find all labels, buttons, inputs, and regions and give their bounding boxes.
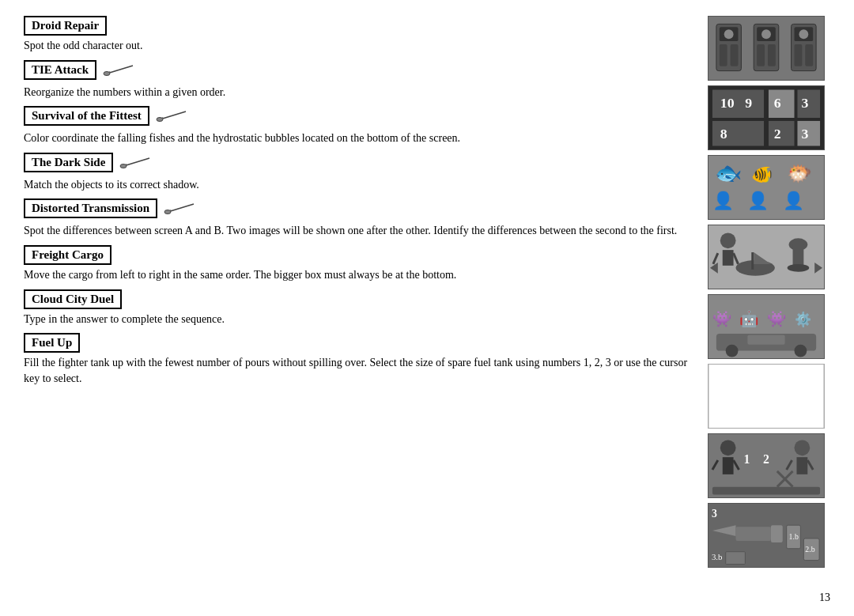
title-droid: Droid Repair bbox=[32, 19, 99, 32]
svg-point-10 bbox=[164, 210, 171, 214]
svg-rect-85 bbox=[712, 487, 820, 495]
svg-rect-16 bbox=[720, 44, 727, 66]
title-row-tie: TIE Attack bbox=[24, 60, 692, 82]
svg-point-1 bbox=[104, 71, 110, 75]
svg-text:2: 2 bbox=[763, 452, 769, 466]
svg-text:🐠: 🐠 bbox=[751, 164, 773, 185]
desc-distorted: Spot the differences between screen A an… bbox=[24, 223, 692, 239]
title-freight: Freight Cargo bbox=[32, 248, 104, 262]
title-distorted: Distorted Transmission bbox=[32, 202, 149, 215]
svg-point-59 bbox=[788, 264, 810, 272]
svg-rect-38 bbox=[769, 121, 795, 146]
svg-rect-78 bbox=[796, 457, 807, 474]
svg-point-69 bbox=[795, 345, 807, 357]
svg-point-15 bbox=[724, 29, 734, 39]
page-number: 13 bbox=[819, 591, 830, 604]
title-bar-distorted: Distorted Transmission bbox=[24, 198, 157, 218]
game-entry-freight: Freight Cargo Move the cargo from left t… bbox=[24, 245, 692, 283]
svg-rect-21 bbox=[757, 44, 765, 66]
image-freight bbox=[708, 364, 825, 429]
svg-text:3: 3 bbox=[712, 508, 717, 520]
svg-text:🐡: 🐡 bbox=[787, 161, 812, 186]
desc-freight: Move the cargo from left to right in the… bbox=[24, 267, 692, 283]
svg-point-68 bbox=[726, 345, 739, 357]
title-row-darkside: The Dark Side bbox=[24, 153, 692, 175]
title-bar-darkside: The Dark Side bbox=[24, 153, 113, 172]
svg-rect-27 bbox=[805, 44, 813, 66]
right-images: 10 9 8 6 3 2 3 🐟 🐠 🐡 bbox=[708, 16, 830, 600]
title-bar-tie: TIE Attack bbox=[24, 60, 96, 80]
image-fuel: 3 1.b 2.b 3.b bbox=[708, 503, 825, 568]
svg-text:2.b: 2.b bbox=[805, 545, 814, 554]
svg-point-4 bbox=[157, 118, 163, 122]
svg-rect-17 bbox=[731, 44, 739, 66]
image-droid bbox=[708, 16, 825, 81]
title-row-distorted: Distorted Transmission bbox=[24, 198, 692, 221]
title-tie: TIE Attack bbox=[32, 63, 89, 77]
svg-text:⚙️: ⚙️ bbox=[795, 311, 813, 328]
title-bar-freight: Freight Cargo bbox=[24, 245, 111, 265]
title-darkside: The Dark Side bbox=[32, 156, 105, 169]
title-bar-fuel: Fuel Up bbox=[24, 333, 80, 353]
svg-text:👤: 👤 bbox=[747, 190, 769, 211]
desc-survival: Color coordinate the falling fishes and … bbox=[24, 130, 692, 146]
title-row-survival: Survival of the Fittest bbox=[24, 106, 692, 128]
game-entry-distorted: Distorted Transmission Spot the differen… bbox=[24, 198, 692, 239]
title-bar-cloud: Cloud City Duel bbox=[24, 289, 122, 309]
desc-darkside: Match the objects to its correct shadow. bbox=[24, 177, 692, 193]
image-cloud: 1 2 bbox=[708, 433, 825, 498]
lightsaber-icon-distorted bbox=[164, 202, 197, 217]
svg-text:1: 1 bbox=[743, 452, 750, 466]
svg-text:10: 10 bbox=[720, 95, 735, 111]
desc-tie: Reorganize the numbers within a given or… bbox=[24, 85, 692, 100]
svg-rect-51 bbox=[723, 250, 734, 266]
lightsaber-icon-tie bbox=[103, 63, 136, 79]
game-entry-darkside: The Dark Side Match the objects to its c… bbox=[24, 153, 692, 193]
svg-rect-26 bbox=[795, 44, 803, 66]
image-darkside bbox=[708, 225, 825, 289]
svg-rect-96 bbox=[726, 552, 746, 565]
svg-text:🤖: 🤖 bbox=[739, 309, 759, 328]
svg-point-77 bbox=[795, 440, 811, 455]
svg-text:3: 3 bbox=[801, 126, 808, 142]
desc-droid: Spot the odd character out. bbox=[24, 38, 692, 54]
svg-text:3.b: 3.b bbox=[712, 552, 723, 561]
svg-point-7 bbox=[120, 164, 127, 168]
image-survival: 🐟 🐠 🐡 👤 👤 👤 bbox=[708, 155, 825, 220]
svg-rect-89 bbox=[771, 525, 783, 542]
image-tie: 10 9 8 6 3 2 3 bbox=[708, 85, 825, 150]
title-cloud: Cloud City Duel bbox=[32, 293, 114, 306]
svg-text:3: 3 bbox=[801, 95, 808, 111]
svg-rect-34 bbox=[769, 89, 795, 118]
game-entry-cloud: Cloud City Duel Type in the answer to co… bbox=[24, 289, 692, 327]
svg-point-50 bbox=[720, 232, 736, 248]
svg-text:👤: 👤 bbox=[783, 190, 805, 211]
svg-rect-88 bbox=[736, 527, 771, 541]
left-content: Droid Repair Spot the odd character out.… bbox=[24, 16, 708, 600]
title-bar-droid: Droid Repair bbox=[24, 16, 107, 36]
title-fuel: Fuel Up bbox=[32, 336, 72, 350]
game-entry-fuel: Fuel Up Fill the fighter tank up with th… bbox=[24, 333, 692, 386]
svg-rect-74 bbox=[723, 457, 734, 474]
image-distorted: 👾 🤖 👾 ⚙️ bbox=[708, 294, 825, 359]
page-container: Droid Repair Spot the odd character out.… bbox=[0, 0, 854, 616]
lightsaber-icon-survival bbox=[156, 109, 189, 125]
lightsaber-icon-darkside bbox=[119, 156, 153, 172]
svg-text:9: 9 bbox=[745, 95, 752, 111]
title-survival: Survival of the Fittest bbox=[32, 109, 142, 123]
svg-text:👾: 👾 bbox=[712, 309, 732, 328]
svg-point-25 bbox=[799, 29, 808, 39]
svg-point-20 bbox=[761, 29, 771, 39]
svg-point-73 bbox=[720, 440, 736, 455]
svg-rect-70 bbox=[747, 335, 784, 345]
game-entry-survival: Survival of the Fittest Color coordinate… bbox=[24, 106, 692, 146]
desc-fuel: Fill the fighter tank up with the fewest… bbox=[24, 355, 692, 386]
svg-text:6: 6 bbox=[774, 95, 781, 111]
svg-text:8: 8 bbox=[720, 126, 727, 142]
svg-text:👾: 👾 bbox=[767, 309, 787, 328]
desc-cloud: Type in the answer to complete the seque… bbox=[24, 312, 692, 327]
svg-text:👤: 👤 bbox=[712, 190, 735, 211]
svg-text:1.b: 1.b bbox=[789, 532, 799, 541]
game-entry-tie: TIE Attack Reorganize the numbers within… bbox=[24, 60, 692, 100]
game-entry-droid: Droid Repair Spot the odd character out. bbox=[24, 16, 692, 54]
